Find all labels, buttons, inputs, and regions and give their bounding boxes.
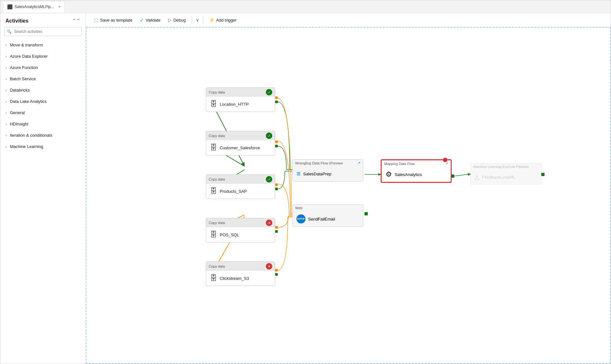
toolbar-dropdown[interactable]: ∨: [195, 16, 200, 24]
status-check-icon: ✓: [266, 89, 272, 95]
chevron-icon: ›: [5, 122, 7, 126]
connections-svg: [86, 28, 610, 363]
pipeline-tab-label: SalesAnalyticsMLPip...: [15, 5, 54, 9]
wrangling-name: SalesDataPrep: [303, 172, 331, 176]
sidebar-item-label: Machine Learning: [10, 144, 43, 149]
copy-node-products-sap[interactable]: Copy data ✓ 🗄 Products_SAP: [206, 174, 275, 199]
mapping-header: Mapping Data Flow ↗: [382, 160, 451, 167]
sidebar-item-databricks[interactable]: › Databricks: [0, 84, 85, 96]
copy-node-name: Clickstream_S3: [220, 276, 249, 281]
copy-node-header: Copy data ✓: [206, 88, 275, 97]
add-trigger-label: Add trigger: [216, 18, 237, 23]
sidebar-item-label: Batch Service: [10, 76, 36, 81]
tab-close-button[interactable]: ×: [58, 5, 61, 9]
svg-rect-10: [275, 141, 278, 143]
sidebar-item-azure-data-explorer[interactable]: › Azure Data Explorer: [0, 51, 85, 62]
db-icon: 🗄: [210, 231, 217, 239]
copy-node-header: Copy data ✕: [206, 218, 275, 227]
sidebar-item-azure-function[interactable]: › Azure Function: [0, 62, 85, 73]
ml-body: △ FeedbackLoopML: [471, 170, 541, 184]
copy-node-name: Location_HTTP: [220, 102, 249, 107]
sidebar-item-label: General: [10, 110, 25, 115]
copy-node-name: Customer_Salesforce: [220, 145, 260, 150]
wrangling-node[interactable]: Wrangling Data Flow (Preview ↗ ≡ SalesDa…: [292, 159, 363, 182]
external-link-icon[interactable]: ↗: [445, 162, 448, 166]
sidebar-item-batch-service[interactable]: › Batch Service: [0, 73, 85, 84]
validate-label: Validate: [145, 18, 160, 23]
copy-node-header: Copy data ✕: [206, 262, 275, 271]
debug-label: Debug: [173, 18, 185, 23]
copy-node-customer-salesforce[interactable]: Copy data ✓ 🗄 Customer_Salesforce: [206, 131, 275, 155]
add-trigger-icon: ⚡: [209, 17, 215, 23]
app-container: ⬛ SalesAnalyticsMLPip... × Activities ⌃⌃…: [0, 0, 611, 364]
ml-icon: △: [475, 173, 479, 181]
debug-button[interactable]: ▷ Debug: [165, 16, 189, 24]
pipeline-tab[interactable]: ⬛ SalesAnalyticsMLPip... ×: [3, 1, 65, 13]
copy-node-name: Products_SAP: [220, 189, 247, 194]
save-template-button[interactable]: ⬚ Save as template: [91, 16, 135, 24]
copy-node-pos-sql[interactable]: Copy data ✕ 🗄 POS_SQL: [206, 218, 275, 242]
web-header: Web: [293, 205, 363, 211]
copy-node-body: 🗄 Clickstream_S3: [206, 271, 275, 286]
mapping-icon: ⚙: [386, 170, 392, 179]
sidebar-item-hdinsight[interactable]: › HDInsight: [0, 118, 85, 130]
chevron-icon: ›: [5, 100, 7, 103]
sidebar-item-label: Iteration & conditionals: [10, 133, 53, 138]
debug-icon: ▷: [168, 17, 172, 23]
mapping-type: Mapping Data Flow: [384, 162, 415, 166]
toolbar-separator2: [203, 16, 203, 24]
web-node[interactable]: Web HTTP SendFailEmail: [292, 204, 363, 227]
sidebar-item-move-transform[interactable]: › Move & transform: [0, 39, 85, 51]
copy-node-body: 🗄 POS_SQL: [206, 227, 275, 242]
copy-node-location-http[interactable]: Copy data ✓ 🗄 Location_HTTP: [206, 87, 275, 112]
error-indicator-dot: [443, 158, 447, 162]
validate-button[interactable]: ✓ Validate: [137, 16, 164, 24]
ml-type: Machine Learning Execute Pipeline: [473, 165, 529, 169]
validate-icon: ✓: [140, 17, 144, 23]
sidebar-item-label: Databricks: [10, 88, 30, 93]
sidebar-item-data-lake-analytics[interactable]: › Data Lake Analytics: [0, 96, 85, 107]
copy-node-body: 🗄 Customer_Salesforce: [206, 140, 275, 155]
sidebar-header: Activities ⌃⌃: [0, 13, 85, 27]
ml-header: Machine Learning Execute Pipeline: [471, 163, 541, 170]
sidebar-item-machine-learning[interactable]: › Machine Learning: [0, 141, 85, 152]
add-trigger-button[interactable]: ⚡ Add trigger: [206, 16, 240, 24]
chevron-icon: ›: [5, 77, 7, 81]
mapping-body: ⚙ SalesAnalytics: [382, 167, 451, 182]
search-icon: 🔍: [7, 29, 12, 34]
toolbar-separator: [192, 16, 192, 24]
copy-node-clickstream-s3[interactable]: Copy data ✕ 🗄 Clickstream_S3: [206, 261, 275, 286]
db-icon: 🗄: [210, 187, 217, 195]
http-icon: HTTP: [296, 214, 306, 223]
copy-node-header: Copy data ✓: [206, 175, 275, 184]
chevron-icon: ›: [5, 145, 7, 149]
wrangling-header: Wrangling Data Flow (Preview ↗: [293, 160, 363, 166]
svg-rect-15: [275, 230, 278, 233]
external-link-icon[interactable]: ↗: [357, 161, 360, 165]
sidebar-item-iteration-conditionals[interactable]: › Iteration & conditionals: [0, 130, 85, 141]
svg-rect-12: [275, 183, 278, 186]
save-template-label: Save as template: [100, 18, 132, 23]
search-box: 🔍: [4, 27, 82, 36]
save-template-icon: ⬚: [94, 17, 98, 23]
ml-node[interactable]: Machine Learning Execute Pipeline △ Feed…: [470, 163, 541, 184]
canvas-area[interactable]: Copy data ✓ 🗄 Location_HTTP Copy data ✓: [86, 27, 611, 364]
copy-node-header: Copy data ✓: [206, 131, 275, 140]
search-input[interactable]: [4, 27, 82, 36]
db-icon: 🗄: [210, 143, 217, 152]
sidebar-title: Activities: [5, 18, 28, 24]
tab-bar: ⬛ SalesAnalyticsMLPip... ×: [0, 0, 611, 13]
status-check-icon: ✓: [266, 176, 272, 182]
wrangling-body: ≡ SalesDataPrep: [293, 166, 363, 181]
sidebar-item-general[interactable]: › General: [0, 107, 85, 118]
collapse-icon[interactable]: ⌃⌃: [72, 18, 80, 24]
chevron-icon: ›: [5, 111, 7, 115]
ml-name: FeedbackLoopML: [482, 175, 516, 180]
mapping-node[interactable]: Mapping Data Flow ↗ ⚙ SalesAnalytics: [381, 159, 452, 183]
copy-node-body: 🗄 Products_SAP: [206, 184, 275, 199]
svg-rect-19: [541, 173, 545, 176]
chevron-icon: ›: [5, 54, 7, 58]
sidebar-controls: ⌃⌃: [72, 18, 80, 24]
sidebar-item-label: HDInsight: [10, 122, 28, 126]
mapping-name: SalesAnalytics: [395, 172, 422, 177]
